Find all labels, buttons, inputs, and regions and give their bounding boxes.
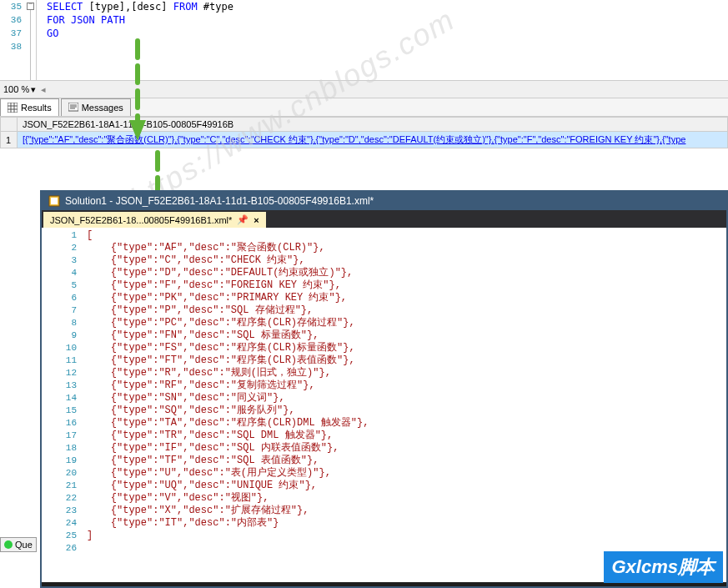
scroll-left-icon[interactable]: ◂ — [41, 84, 46, 95]
tab-results[interactable]: Results — [0, 98, 59, 116]
xml-line-gutter: 1234567891011121314151617181920212223242… — [42, 228, 83, 582]
svg-rect-10 — [51, 198, 58, 204]
xml-editor-window: Solution1 - JSON_F52E2B61-18A1-11d1-B105… — [40, 190, 728, 588]
success-icon — [4, 540, 13, 549]
svg-rect-0 — [8, 103, 18, 113]
zoom-value[interactable]: 100 % — [3, 84, 29, 94]
results-grid[interactable]: JSON_F52E2B61-18A1-11d1-B105-00805F49916… — [0, 117, 728, 148]
fold-toggle-icon[interactable] — [27, 3, 34, 10]
json-result-cell[interactable]: [{"type":"AF","desc":"聚合函数(CLR)"},{"type… — [18, 132, 728, 148]
sql-editor[interactable]: 35363738 SELECT [type],[desc] FROM #type… — [0, 0, 728, 80]
brand-watermark: Gxlcms脚本 — [604, 551, 724, 583]
tab-messages-label: Messages — [82, 103, 123, 113]
status-fragment: Que — [0, 537, 37, 552]
xml-title-bar[interactable]: Solution1 - JSON_F52E2B61-18A1-11d1-B105… — [42, 192, 726, 210]
tab-messages[interactable]: Messages — [61, 98, 131, 116]
xml-code-area[interactable]: 1234567891011121314151617181920212223242… — [42, 228, 726, 582]
column-header[interactable]: JSON_F52E2B61-18A1-11d1-B105-00805F49916… — [18, 118, 728, 132]
xml-tab-bar: JSON_F52E2B61-18...00805F49916B1.xml* 📌 … — [42, 210, 726, 228]
status-text: Que — [15, 540, 33, 550]
xml-window-title: Solution1 - JSON_F52E2B61-18A1-11d1-B105… — [65, 195, 374, 207]
messages-icon — [68, 103, 78, 113]
close-icon[interactable]: × — [254, 215, 259, 225]
corner-cell — [1, 118, 18, 132]
xml-tab-label: JSON_F52E2B61-18...00805F49916B1.xml* — [50, 215, 232, 225]
row-number[interactable]: 1 — [1, 132, 18, 148]
grid-icon — [8, 103, 18, 113]
fold-column[interactable] — [25, 0, 37, 80]
zoom-bar: 100 % ▾ ◂ — [0, 80, 728, 98]
xml-tab-active[interactable]: JSON_F52E2B61-18...00805F49916B1.xml* 📌 … — [43, 212, 266, 228]
xml-code-text[interactable]: [ {"type":"AF","desc":"聚合函数(CLR)"}, {"ty… — [83, 228, 726, 582]
file-icon — [48, 195, 60, 207]
fold-line — [30, 10, 31, 80]
zoom-dropdown-icon[interactable]: ▾ — [31, 84, 36, 95]
line-gutter: 35363738 — [0, 0, 25, 53]
sql-code[interactable]: SELECT [type],[desc] FROM #typeFOR JSON … — [40, 0, 728, 53]
pin-icon[interactable]: 📌 — [237, 214, 249, 225]
tab-results-label: Results — [21, 103, 52, 113]
results-tabs: Results Messages — [0, 98, 728, 117]
